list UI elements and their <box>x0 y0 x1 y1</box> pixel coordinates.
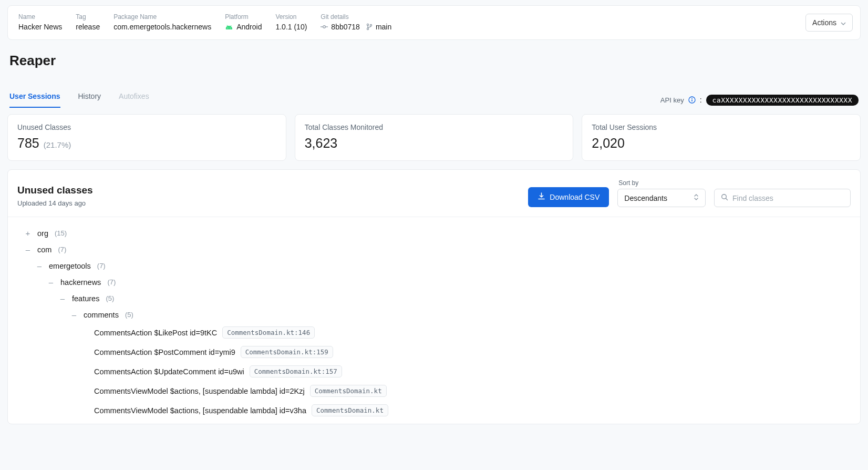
page-title: Reaper <box>9 53 859 69</box>
tree-node-features[interactable]: – features (5) <box>59 294 843 303</box>
search-box[interactable] <box>714 189 851 207</box>
stat-unused-classes: Unused Classes 785 (21.7%) <box>7 114 286 161</box>
node-name: com <box>37 246 51 254</box>
node-name: hackernews <box>60 278 101 287</box>
tab-autofixes[interactable]: Autofixes <box>119 92 149 108</box>
info-git: Git details 8bb0718 main <box>321 13 391 31</box>
svg-point-10 <box>691 98 693 99</box>
collapse-icon[interactable]: – <box>25 245 31 254</box>
unused-classes-panel: Unused classes Uploaded 14 days ago Down… <box>7 169 861 424</box>
tag-label: Tag <box>76 13 100 21</box>
file-location[interactable]: CommentsDomain.kt:159 <box>241 346 333 358</box>
stat-label: Total Classes Monitored <box>305 123 564 131</box>
api-key-value[interactable]: caXXXXXXXXXXXXXXXXXXXXXXXXXXXXXX <box>706 95 859 106</box>
file-location[interactable]: CommentsDomain.kt <box>310 385 387 397</box>
node-name: emergetools <box>49 262 91 270</box>
commit-icon <box>321 24 328 29</box>
version-label: Version <box>275 13 307 21</box>
tree-node-emergetools[interactable]: – emergetools (7) <box>36 261 843 270</box>
svg-point-7 <box>370 24 371 26</box>
search-input[interactable] <box>732 194 844 202</box>
platform-label: Platform <box>225 13 262 21</box>
search-icon <box>721 193 728 202</box>
stat-value: 2,020 <box>592 136 625 151</box>
platform-value: Android <box>236 23 262 31</box>
tree-node-com[interactable]: – com (7) <box>25 245 843 254</box>
stat-label: Total User Sessions <box>592 123 851 131</box>
package-value: com.emergetools.hackernews <box>113 23 211 31</box>
panel-subtitle: Uploaded 14 days ago <box>17 199 520 207</box>
branch-icon <box>366 23 373 30</box>
class-tree: + org (15) – com (7) – emergetools (7) –… <box>8 217 860 416</box>
actions-button[interactable]: Actions <box>805 14 853 32</box>
class-leaf[interactable]: CommentsViewModel $actions, [suspendable… <box>82 385 843 397</box>
tab-user-sessions[interactable]: User Sessions <box>9 92 60 108</box>
info-name: Name Hacker News <box>18 13 62 31</box>
name-value: Hacker News <box>18 23 62 31</box>
chevron-down-icon <box>841 18 846 27</box>
file-location[interactable]: CommentsDomain.kt <box>312 404 388 416</box>
info-bar: Name Hacker News Tag release Package Nam… <box>7 5 861 40</box>
git-branch[interactable]: main <box>376 23 391 31</box>
info-icon[interactable] <box>688 96 696 104</box>
sort-select[interactable]: Descendants <box>617 189 706 207</box>
node-count: (5) <box>106 294 114 302</box>
sort-chevrons-icon <box>694 193 699 202</box>
info-package: Package Name com.emergetools.hackernews <box>113 13 211 31</box>
collapse-icon[interactable]: – <box>59 294 66 303</box>
class-leaf[interactable]: CommentsAction $LikePost id=9tKC Comment… <box>82 326 843 339</box>
stat-total-sessions: Total User Sessions 2,020 <box>582 114 861 161</box>
class-leaf[interactable]: CommentsAction $UpdateComment id=u9wi Co… <box>82 365 843 377</box>
class-leaf[interactable]: CommentsViewModel $actions, [suspendable… <box>82 404 843 416</box>
svg-point-1 <box>230 28 231 28</box>
download-icon <box>538 192 545 202</box>
git-label: Git details <box>321 13 391 21</box>
sort-group: Sort by Descendants <box>617 179 706 207</box>
class-name: CommentsViewModel $actions, [suspendable… <box>94 406 306 415</box>
collapse-icon[interactable]: – <box>36 261 43 270</box>
node-count: (5) <box>125 311 133 319</box>
version-value: 1.0.1 (10) <box>275 23 307 31</box>
info-platform: Platform Android <box>225 13 262 31</box>
collapse-icon[interactable]: – <box>48 278 54 287</box>
download-label: Download CSV <box>550 193 600 201</box>
node-name: org <box>37 229 48 238</box>
expand-icon[interactable]: + <box>25 229 31 238</box>
class-name: CommentsAction $LikePost id=9tKC <box>94 329 217 337</box>
stats-row: Unused Classes 785 (21.7%) Total Classes… <box>7 114 861 161</box>
tab-history[interactable]: History <box>78 92 101 108</box>
info-tag: Tag release <box>76 13 100 31</box>
tree-node-comments[interactable]: – comments (5) <box>71 310 843 319</box>
panel-title: Unused classes <box>17 185 520 196</box>
api-key-colon: : <box>700 96 702 104</box>
sort-label: Sort by <box>617 179 706 187</box>
tag-value: release <box>76 23 100 31</box>
stat-sub: (21.7%) <box>44 140 71 149</box>
tree-node-hackernews[interactable]: – hackernews (7) <box>48 278 843 287</box>
class-name: CommentsAction $UpdateComment id=u9wi <box>94 367 244 376</box>
git-commit[interactable]: 8bb0718 <box>331 23 360 31</box>
sort-value: Descendants <box>624 194 667 202</box>
file-location[interactable]: CommentsDomain.kt:157 <box>250 365 342 377</box>
api-key-label: API key <box>660 96 684 104</box>
stat-value: 3,623 <box>305 136 338 151</box>
node-count: (15) <box>55 229 67 237</box>
download-csv-button[interactable]: Download CSV <box>528 187 609 207</box>
class-name: CommentsAction $PostComment id=ymi9 <box>94 348 235 356</box>
collapse-icon[interactable]: – <box>71 310 77 319</box>
class-name: CommentsViewModel $actions, [suspendable… <box>94 387 305 395</box>
node-name: features <box>72 294 99 303</box>
android-icon <box>225 24 233 29</box>
svg-point-0 <box>228 28 228 28</box>
tree-node-org[interactable]: + org (15) <box>25 229 843 238</box>
node-count: (7) <box>97 262 106 270</box>
svg-point-6 <box>367 28 368 29</box>
svg-point-3 <box>323 26 326 28</box>
node-count: (7) <box>58 246 66 253</box>
class-leaf[interactable]: CommentsAction $PostComment id=ymi9 Comm… <box>82 346 843 358</box>
stat-value: 785 <box>17 136 39 151</box>
package-label: Package Name <box>113 13 211 21</box>
file-location[interactable]: CommentsDomain.kt:146 <box>222 326 315 339</box>
tabs-row: User Sessions History Autofixes API key … <box>7 92 861 108</box>
panel-header: Unused classes Uploaded 14 days ago Down… <box>8 170 860 217</box>
